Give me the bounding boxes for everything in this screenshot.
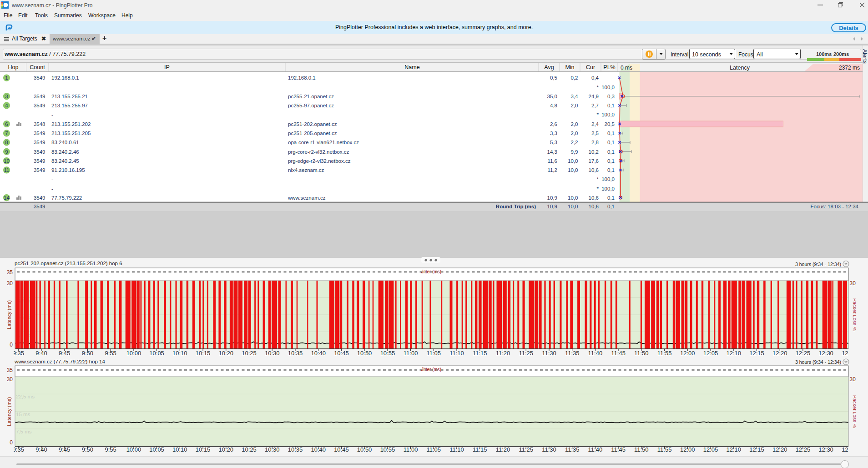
svg-text:0: 0	[10, 439, 13, 446]
svg-text:12:00: 12:00	[680, 446, 695, 453]
svg-text:11:50: 11:50	[634, 350, 649, 357]
svg-text:77.75.79.222: 77.75.79.222	[51, 195, 82, 201]
svg-text:10:50: 10:50	[357, 446, 372, 453]
svg-text:10:20: 10:20	[219, 350, 234, 357]
svg-text:12:15: 12:15	[749, 350, 764, 357]
svg-text:10:00: 10:00	[126, 350, 141, 357]
svg-text:0,1: 0,1	[607, 140, 615, 145]
svg-text:2372 ms: 2372 ms	[839, 65, 860, 71]
svg-text:3,4: 3,4	[571, 94, 579, 99]
svg-text:11:05: 11:05	[427, 446, 441, 453]
svg-text:0,1: 0,1	[607, 131, 615, 136]
svg-text:30: 30	[850, 280, 856, 287]
svg-text:7,5 ms: 7,5 ms	[16, 429, 32, 434]
svg-text:11:25: 11:25	[519, 350, 533, 357]
svg-text:12:25: 12:25	[796, 446, 811, 453]
svg-text:3549: 3549	[34, 167, 45, 173]
svg-text:30: 30	[850, 376, 856, 382]
svg-text:192.168.0.1: 192.168.0.1	[51, 75, 79, 81]
svg-text:www.seznam.cz (77.75.79.222) h: www.seznam.cz (77.75.79.222) hop 14	[14, 359, 105, 364]
svg-text:12:30: 12:30	[818, 446, 833, 453]
svg-text:11:35: 11:35	[565, 446, 580, 453]
svg-text:10,0: 10,0	[568, 204, 578, 209]
svg-text:12:10: 12:10	[727, 446, 742, 453]
svg-text:12:10: 12:10	[727, 350, 742, 357]
svg-text:20,5: 20,5	[605, 121, 615, 127]
svg-text:12:15: 12:15	[749, 446, 764, 453]
svg-text:prg-core-r2-vl32.netbox.cz: prg-core-r2-vl32.netbox.cz	[288, 149, 349, 155]
svg-text:3: 3	[5, 94, 8, 99]
svg-text:Packet Loss %: Packet Loss %	[852, 395, 856, 428]
svg-text:22,5 ms: 22,5 ms	[16, 394, 35, 399]
svg-text:12:05: 12:05	[703, 350, 718, 357]
svg-text:11:55: 11:55	[657, 446, 672, 453]
svg-text:-: -	[51, 85, 53, 90]
svg-text:2,2: 2,2	[571, 140, 578, 145]
svg-text:0,5: 0,5	[550, 75, 557, 81]
svg-text:9:35: 9:35	[13, 350, 24, 357]
svg-text:12:35: 12:35	[842, 446, 856, 453]
svg-text:Name: Name	[404, 64, 419, 70]
svg-text:3549: 3549	[34, 140, 45, 145]
svg-text:-: -	[51, 176, 53, 182]
svg-text:11:05: 11:05	[427, 350, 441, 357]
svg-text:Latency: Latency	[730, 65, 750, 71]
svg-text:83.240.2.46: 83.240.2.46	[51, 149, 79, 155]
svg-text:24,9: 24,9	[589, 94, 599, 99]
svg-text:10:15: 10:15	[196, 446, 211, 453]
svg-text:Hop: Hop	[8, 64, 19, 70]
svg-text:Avg: Avg	[544, 64, 554, 70]
svg-text:213.155.255.21: 213.155.255.21	[51, 94, 88, 99]
svg-text:15 ms: 15 ms	[16, 412, 30, 417]
svg-text:6: 6	[5, 121, 8, 127]
svg-text:11,6: 11,6	[547, 158, 557, 164]
svg-text:2,7: 2,7	[591, 103, 599, 108]
svg-text:9:55: 9:55	[105, 446, 116, 453]
svg-text:9:45: 9:45	[59, 350, 70, 357]
svg-text:11:10: 11:10	[449, 350, 464, 357]
svg-text:IP: IP	[164, 64, 170, 70]
svg-text:*: *	[597, 85, 599, 90]
svg-text:35,0: 35,0	[547, 94, 557, 99]
svg-text:10:30: 10:30	[265, 446, 280, 453]
svg-text:100,0: 100,0	[601, 112, 615, 117]
svg-text:10,9: 10,9	[547, 195, 557, 201]
svg-text:3549: 3549	[34, 195, 45, 201]
svg-text:10,6: 10,6	[589, 167, 599, 173]
svg-text:0,1: 0,1	[607, 149, 615, 155]
svg-text:2,5: 2,5	[591, 131, 599, 136]
svg-text:11: 11	[4, 167, 10, 173]
svg-text:17,6: 17,6	[589, 158, 599, 164]
svg-text:pc251-202.opanet.cz: pc251-202.opanet.cz	[288, 121, 337, 127]
svg-text:10:10: 10:10	[172, 446, 187, 453]
svg-text:10,0: 10,0	[568, 167, 578, 173]
svg-text:1: 1	[5, 75, 8, 81]
svg-text:Latency (ms): Latency (ms)	[6, 397, 12, 426]
svg-text:9:50: 9:50	[82, 350, 93, 357]
svg-text:pc255-97.opanet.cz: pc255-97.opanet.cz	[288, 103, 334, 108]
svg-text:10:05: 10:05	[149, 350, 164, 357]
svg-text:Cur: Cur	[586, 64, 595, 70]
svg-text:213.155.251.205: 213.155.251.205	[51, 131, 91, 136]
svg-text:30: 30	[7, 376, 13, 382]
svg-text:83.240.0.61: 83.240.0.61	[51, 140, 79, 145]
svg-text:11:30: 11:30	[542, 350, 556, 357]
svg-text:10:40: 10:40	[311, 350, 326, 357]
svg-text:10:55: 10:55	[380, 446, 395, 453]
svg-text:10:25: 10:25	[242, 446, 257, 453]
svg-text:3548: 3548	[34, 121, 45, 127]
svg-text:9:55: 9:55	[105, 350, 116, 357]
svg-text:12:25: 12:25	[796, 350, 811, 357]
svg-text:11:45: 11:45	[611, 446, 626, 453]
svg-text:14: 14	[4, 195, 10, 201]
svg-text:11:00: 11:00	[404, 446, 418, 453]
svg-text:3549: 3549	[34, 131, 45, 136]
svg-text:11:35: 11:35	[565, 350, 580, 357]
svg-text:-: -	[51, 186, 53, 191]
svg-text:35: 35	[7, 367, 13, 373]
svg-text:9:35: 9:35	[13, 446, 24, 453]
svg-text:8: 8	[5, 140, 8, 145]
svg-text:11:50: 11:50	[634, 446, 649, 453]
svg-text:11:00: 11:00	[404, 350, 418, 357]
svg-text:10:50: 10:50	[357, 350, 372, 357]
